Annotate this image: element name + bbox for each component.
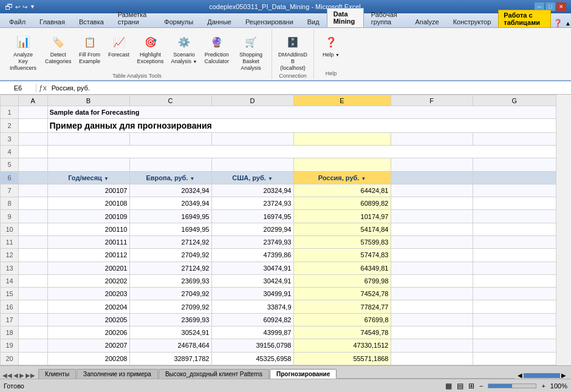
cell-g13[interactable]	[473, 262, 556, 274]
tab-datamining[interactable]: Data Mining	[327, 8, 364, 27]
cell-g12[interactable]	[473, 249, 556, 262]
zoom-slider[interactable]	[488, 384, 536, 388]
prediction-calculator-button[interactable]: 🔮 PredictionCalculator	[202, 30, 232, 67]
cell-g14[interactable]	[473, 274, 556, 287]
sheet-nav-last[interactable]: ▶▶	[26, 372, 35, 379]
cell-d20[interactable]: 45325,6958	[211, 352, 293, 365]
cell-g7[interactable]	[473, 184, 556, 197]
tab-view[interactable]: Вид	[301, 16, 326, 27]
col-header-f[interactable]: F	[391, 95, 473, 106]
cell-a6[interactable]	[19, 171, 48, 184]
fill-from-example-button[interactable]: 📋 Fill FromExample	[77, 30, 103, 67]
work-with-tables-tab[interactable]: Работа с таблицами	[498, 10, 551, 27]
cell-e10[interactable]: 54174,84	[293, 223, 391, 235]
cell-a1[interactable]	[19, 106, 48, 119]
cell-a19[interactable]	[19, 339, 48, 352]
sheet-scroll-bar[interactable]	[524, 373, 560, 378]
help-button[interactable]: ❓ Help ▼	[318, 30, 344, 60]
cell-c10[interactable]: 16949,95	[129, 223, 211, 235]
cell-d17[interactable]: 60924,82	[211, 313, 293, 326]
cell-c17[interactable]: 23699,93	[129, 313, 211, 326]
quick-access-more[interactable]: ▼	[30, 4, 35, 10]
cell-a9[interactable]	[19, 210, 48, 223]
highlight-exceptions-button[interactable]: 🎯 HighlightExceptions	[135, 30, 166, 67]
close-button[interactable]: ✕	[556, 2, 566, 11]
cell-c8[interactable]: 20349,94	[129, 197, 211, 210]
cell-d19[interactable]: 39156,0798	[211, 339, 293, 352]
cell-e18[interactable]: 74549,78	[293, 326, 391, 339]
cell-d16[interactable]: 33874,9	[211, 300, 293, 313]
cell-e20[interactable]: 55571,1868	[293, 352, 391, 365]
cell-a10[interactable]	[19, 223, 48, 235]
cell-a16[interactable]	[19, 300, 48, 313]
scenario-analysis-button[interactable]: ⚙️ ScenarioAnalysis ▼	[169, 30, 200, 67]
dropdown-arrow-c6[interactable]: ▼	[190, 176, 195, 181]
cell-f10[interactable]	[391, 223, 473, 235]
cell-g5[interactable]	[473, 158, 556, 171]
cell-d6[interactable]: США, руб. ▼	[211, 171, 293, 184]
cell-f14[interactable]	[391, 274, 473, 287]
cell-f7[interactable]	[391, 184, 473, 197]
cell-d8[interactable]: 23724,93	[211, 197, 293, 210]
dropdown-arrow-e6[interactable]: ▼	[361, 176, 366, 181]
cell-a14[interactable]	[19, 274, 48, 287]
cell-a17[interactable]	[19, 313, 48, 326]
cell-d7[interactable]: 20324,94	[211, 184, 293, 197]
col-header-b[interactable]: B	[47, 95, 129, 106]
cell-f13[interactable]	[391, 262, 473, 274]
cell-g9[interactable]	[473, 210, 556, 223]
shopping-basket-button[interactable]: 🛒 ShoppingBasket Analysis	[234, 30, 268, 73]
cell-f5[interactable]	[391, 158, 473, 171]
cell-c7[interactable]: 20324,94	[129, 184, 211, 197]
col-header-g[interactable]: G	[473, 95, 556, 106]
forecast-button[interactable]: 📈 Forecast	[106, 30, 132, 60]
cell-b9[interactable]: 200109	[47, 210, 129, 223]
analyze-key-button[interactable]: 📊 Analyze Key Influencers	[6, 30, 40, 73]
cell-b2[interactable]: Пример данных для прогнозирования	[47, 119, 556, 132]
cell-d10[interactable]: 20299,94	[211, 223, 293, 235]
view-normal-icon[interactable]: ▦	[445, 382, 452, 390]
cell-reference[interactable]: E6	[0, 84, 36, 92]
cell-g11[interactable]	[473, 236, 556, 249]
cell-c6[interactable]: Европа, руб. ▼	[129, 171, 211, 184]
quick-access-redo[interactable]: ↪	[22, 4, 27, 10]
detect-categories-button[interactable]: 🏷️ DetectCategories	[43, 30, 74, 67]
tab-pagelayout[interactable]: Разметка страни	[111, 8, 157, 27]
cell-b12[interactable]: 200112	[47, 249, 129, 262]
cell-b6[interactable]: Год/месяц ▼	[47, 171, 129, 184]
cell-a12[interactable]	[19, 249, 48, 262]
cell-g19[interactable]	[473, 339, 556, 352]
cell-d9[interactable]: 16974,95	[211, 210, 293, 223]
sheet-scroll-left[interactable]: ◀	[518, 372, 522, 379]
cell-a4[interactable]	[19, 146, 48, 158]
cell-e7[interactable]: 64424,81	[293, 184, 391, 197]
cell-b5[interactable]	[47, 158, 129, 171]
cell-c9[interactable]: 16949,95	[129, 210, 211, 223]
cell-d13[interactable]: 30474,91	[211, 262, 293, 274]
cell-g17[interactable]	[473, 313, 556, 326]
cell-a11[interactable]	[19, 236, 48, 249]
cell-a18[interactable]	[19, 326, 48, 339]
col-header-e[interactable]: E	[293, 95, 391, 106]
sheet-tab-fillexample[interactable]: Заполнение из примера	[77, 369, 158, 379]
cell-g10[interactable]	[473, 223, 556, 235]
col-header-c[interactable]: C	[129, 95, 211, 106]
cell-f20[interactable]	[391, 352, 473, 365]
ribbon-help-icon[interactable]: ❓	[553, 19, 562, 27]
cell-a20[interactable]	[19, 352, 48, 365]
cell-a13[interactable]	[19, 262, 48, 274]
cell-b4[interactable]	[47, 146, 556, 158]
formula-fx-icon[interactable]: ƒx	[39, 84, 47, 92]
cell-b11[interactable]: 200111	[47, 236, 129, 249]
zoom-out-icon[interactable]: −	[479, 382, 483, 390]
cell-d18[interactable]: 43999,87	[211, 326, 293, 339]
cell-f19[interactable]	[391, 339, 473, 352]
cell-c5[interactable]	[129, 158, 211, 171]
sheet-tab-highclient[interactable]: Высоко_доходный клиент Patterns	[159, 369, 269, 379]
cell-b7[interactable]: 200107	[47, 184, 129, 197]
cell-g3[interactable]	[473, 132, 556, 145]
cell-c18[interactable]: 30524,91	[129, 326, 211, 339]
cell-c16[interactable]: 27099,92	[129, 300, 211, 313]
cell-f12[interactable]	[391, 249, 473, 262]
cell-e11[interactable]: 57599,83	[293, 236, 391, 249]
